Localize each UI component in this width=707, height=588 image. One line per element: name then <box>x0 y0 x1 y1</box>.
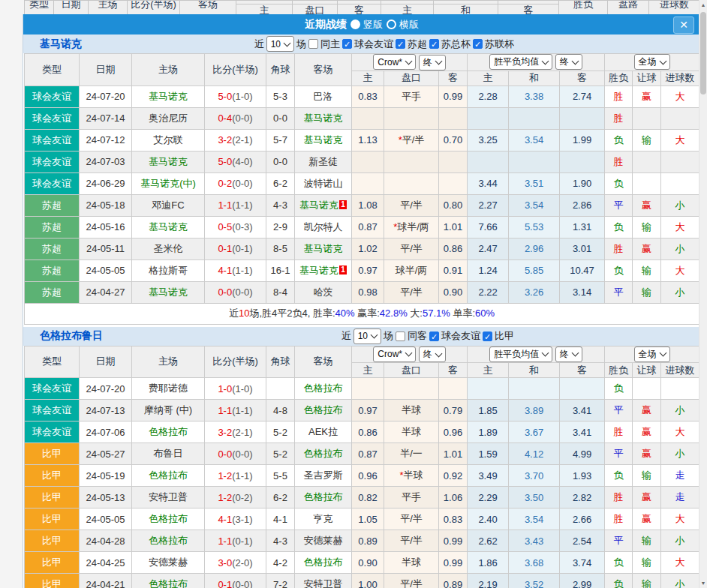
home-team-name: 基马诺克 <box>149 156 188 167</box>
euro-draw-odds: 3.68 <box>509 552 560 574</box>
league-filter-checkbox-2[interactable]: ✓ <box>429 39 439 49</box>
scope-select[interactable]: 全场 <box>634 54 670 70</box>
column-header: 主场 <box>132 54 205 86</box>
euro-home-odds: 2.47 <box>468 238 509 260</box>
same-venue-checkbox[interactable] <box>396 332 405 341</box>
odds-time-select[interactable]: 终 <box>419 55 446 70</box>
close-button[interactable]: ✕ <box>673 16 694 34</box>
background-header-subcol: 和 <box>434 4 498 15</box>
odds-time-select[interactable]: 终 <box>419 346 446 362</box>
bookmaker-select[interactable]: Crow* <box>373 346 416 362</box>
layout-horizontal-radio[interactable]: 横版 <box>387 18 419 32</box>
crow-home-odds: 0.97 <box>352 400 384 422</box>
away-team-cell: 色格拉布 <box>295 487 352 508</box>
chevron-down-icon <box>571 57 579 64</box>
date-cell: 24-07-20 <box>80 86 132 107</box>
home-team-name: 邓迪FC <box>152 200 184 211</box>
euro-home-odds: 1.24 <box>468 260 509 281</box>
euro-draw-odds: 3.43 <box>509 530 560 552</box>
goals-result-cell: 小 <box>661 238 699 260</box>
result-cell: 胜 <box>605 86 633 107</box>
match-count-select[interactable]: 10 <box>266 36 294 52</box>
result-cell: 负 <box>605 378 633 400</box>
euro-away-odds: 2.99 <box>560 574 605 588</box>
league-filter-checkbox-0[interactable]: ✓ <box>342 39 352 49</box>
away-team-cell: 基马诺克 <box>295 107 352 129</box>
chevron-down-icon <box>542 350 549 357</box>
avg-time-select-value: 终 <box>560 348 569 361</box>
home-team-name: 奥治尼历 <box>149 112 188 124</box>
avg-odds-select-value: 胜平负均值 <box>494 56 539 68</box>
vertical-scrollbar[interactable]: ▲ ▼ <box>699 0 707 588</box>
home-team-cell: 布鲁日 <box>132 443 205 465</box>
league-cell: 比甲 <box>25 465 80 487</box>
home-team-cell: 奥治尼历 <box>132 107 205 129</box>
crow-away-odds: 0.90 <box>439 281 468 303</box>
away-team-name: 哈茨 <box>314 286 333 298</box>
league-filter-checkbox-0[interactable]: ✓ <box>429 332 439 341</box>
crow-away-odds: 0.89 <box>439 574 468 588</box>
handicap-cell: 平/半 <box>384 238 439 260</box>
home-team-name: 基马诺克 <box>149 91 188 102</box>
handicap-result-cell: 赢 <box>633 443 661 465</box>
table-row: 比甲24-05-19色格拉布1-2(1-1)5-5圣吉罗斯0.96*半球0.92… <box>25 465 699 487</box>
home-team-name: 艾尔联 <box>154 134 183 146</box>
euro-home-odds: 2.19 <box>468 574 509 588</box>
fulltime-score: 1-2 <box>218 492 232 503</box>
crow-away-odds: 0.99 <box>439 552 468 574</box>
avg-time-select[interactable]: 终 <box>555 54 582 70</box>
column-header: 类型 <box>25 346 80 378</box>
same-venue-checkbox[interactable] <box>308 39 318 49</box>
match-count-select-value: 10 <box>358 331 368 341</box>
avg-odds-select[interactable]: 胜平负均值 <box>489 54 552 70</box>
handicap-cell <box>384 378 439 400</box>
handicap-cell: 平/半 <box>384 508 439 530</box>
goals-result-cell: 小 <box>661 530 699 552</box>
sub-column-header: 盘口 <box>384 363 439 378</box>
crow-home-odds: 1.02 <box>352 238 384 260</box>
home-team-name: 安德莱赫 <box>149 556 188 568</box>
home-team-cell: 色格拉布 <box>132 422 205 443</box>
bookmaker-select[interactable]: Crow* <box>373 54 416 70</box>
layout-vertical-radio[interactable]: 竖版 <box>350 18 383 32</box>
scrollbar-thumb[interactable] <box>700 12 706 94</box>
column-header: 比分(半场) <box>205 346 266 378</box>
corner-cell: 5-5 <box>266 465 295 487</box>
scroll-up-icon[interactable]: ▲ <box>699 0 707 10</box>
home-team-name: 色格拉布 <box>149 535 188 546</box>
date-cell: 24-04-21 <box>80 574 132 588</box>
euro-away-odds: 10.47 <box>560 260 605 281</box>
result-cell: 负 <box>605 172 633 194</box>
odds-time-select-value: 终 <box>423 56 432 69</box>
halftime-score: (2-1) <box>232 134 252 146</box>
scope-select[interactable]: 全场 <box>634 346 670 362</box>
league-filter-checkbox-1[interactable]: ✓ <box>396 39 405 49</box>
avg-time-select[interactable]: 终 <box>555 346 582 362</box>
table-row: 球会友谊24-06-29基马诺克(中)0-2(0-0)6-2波特诺山3.443.… <box>25 172 699 194</box>
team-section-1: 基马诺克近10场同主✓球会友谊✓苏超✓苏总杯✓苏联杯类型日期主场比分(半场)角球… <box>23 34 700 325</box>
league-filter-checkbox-3[interactable]: ✓ <box>473 39 483 49</box>
euro-home-odds: 3.44 <box>468 172 509 194</box>
sub-column-header: 客 <box>439 363 468 378</box>
odds-time-select-value: 终 <box>423 348 432 361</box>
table-row: 比甲24-05-05色格拉布4-1(3-1)4-1亨克1.05平/半0.832.… <box>25 508 699 530</box>
goals-result-cell: 大 <box>661 86 699 107</box>
league-cell: 苏超 <box>25 260 80 281</box>
corner-cell: 2-9 <box>266 216 295 238</box>
away-team-name: 基马诺克 <box>304 112 343 124</box>
league-filter-checkbox-1[interactable]: ✓ <box>483 332 492 341</box>
handicap-result-cell <box>633 151 661 172</box>
crow-home-odds: 0.89 <box>352 530 384 552</box>
fulltime-score: 4-1 <box>218 265 232 276</box>
match-count-select[interactable]: 10 <box>354 328 381 344</box>
fulltime-score: 0-1 <box>218 243 232 254</box>
background-header-subcol: 主 <box>381 4 434 15</box>
avg-odds-select[interactable]: 胜平负均值 <box>489 346 552 362</box>
away-team-name: 色格拉布 <box>304 491 343 502</box>
scope-select-value: 全场 <box>639 348 657 361</box>
scroll-down-icon[interactable]: ▼ <box>699 578 707 588</box>
chevron-down-icon <box>405 350 413 357</box>
bookmaker-select-group: Crow* 终 <box>352 346 468 363</box>
sub-column-header: 主 <box>468 70 509 86</box>
euro-draw-odds <box>509 107 560 129</box>
